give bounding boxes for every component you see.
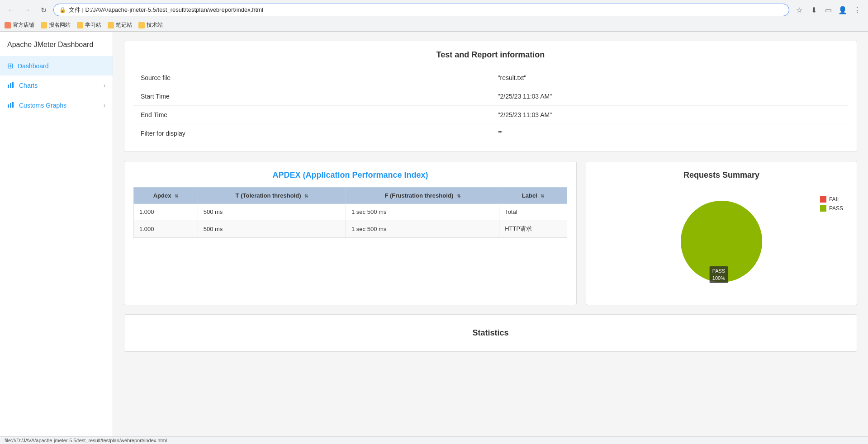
- svg-rect-2: [12, 82, 14, 88]
- apdex-title: APDEX (Application Performance Index): [133, 170, 567, 180]
- pass-label-line2: 100%: [712, 275, 726, 282]
- requests-summary-title: Requests Summary: [595, 170, 848, 180]
- bookmark-label: 笔记站: [116, 21, 132, 29]
- label-value: Total: [499, 204, 567, 220]
- chevron-icon: ‹: [104, 102, 105, 109]
- table-row: End Time "2/25/23 11:03 AM": [133, 106, 848, 124]
- bookmark-star-button[interactable]: ☆: [793, 4, 806, 16]
- svg-rect-5: [12, 102, 14, 108]
- svg-rect-1: [10, 83, 11, 88]
- requests-summary-card: Requests Summary PASS 100%: [586, 161, 857, 305]
- bookmark-label: 官方店铺: [13, 21, 34, 29]
- address-bar[interactable]: 🔒 文件 | D:/JAVA/apache-jmeter-5.5/test_re…: [53, 4, 789, 16]
- info-label: Source file: [133, 69, 491, 87]
- fail-label: FAIL: [829, 196, 840, 203]
- table-row: Start Time "2/25/23 11:03 AM": [133, 87, 848, 106]
- bookmark-label: 技术站: [147, 21, 163, 29]
- pie-pass-label: PASS 100%: [710, 266, 728, 283]
- bookmark-icon: [108, 22, 114, 28]
- bookmark-label: 报名网站: [49, 21, 71, 29]
- statistics-title: Statistics: [133, 324, 848, 342]
- f-value: 1 sec 500 ms: [346, 220, 499, 238]
- browser-chrome: ← → ↻ 🔒 文件 | D:/JAVA/apache-jmeter-5.5/t…: [0, 0, 868, 32]
- customs-graphs-icon: [7, 101, 14, 110]
- charts-icon: [7, 81, 14, 90]
- bookmark-icon: [138, 22, 145, 28]
- bookmarks-bar: 官方店铺 报名网站 学习站 笔记站 技术站: [0, 20, 868, 31]
- info-label: Start Time: [133, 87, 491, 106]
- sidebar-item-dashboard[interactable]: ⊞ Dashboard: [0, 56, 113, 76]
- fail-color-swatch: [820, 196, 826, 203]
- statistics-card: Statistics: [124, 314, 857, 352]
- bookmark-baoming[interactable]: 报名网站: [41, 21, 71, 29]
- apdex-table: Apdex ⇅ T (Toleration threshold) ⇅ F (Fr…: [133, 187, 567, 238]
- col-f-threshold[interactable]: F (Frustration threshold) ⇅: [346, 188, 499, 204]
- svg-rect-3: [8, 104, 9, 108]
- app-container: Apache JMeter Dashboard ⊞ Dashboard Char…: [0, 32, 868, 444]
- f-value: 1 sec 500 ms: [346, 204, 499, 220]
- dashboard-icon: ⊞: [7, 61, 13, 70]
- chevron-icon: ‹: [104, 82, 105, 89]
- pass-color-swatch: [820, 205, 826, 212]
- apdex-value: 1.000: [134, 220, 198, 238]
- bookmark-xuexi[interactable]: 学习站: [77, 21, 101, 29]
- pass-label: PASS: [829, 205, 843, 212]
- main-content: Test and Report information Source file …: [113, 32, 868, 444]
- info-value: "2/25/23 11:03 AM": [491, 106, 848, 124]
- info-label: End Time: [133, 106, 491, 124]
- table-row: 1.000 500 ms 1 sec 500 ms HTTP请求: [134, 220, 567, 238]
- sort-icon: ⇅: [457, 194, 460, 198]
- bookmark-label: 学习站: [85, 21, 101, 29]
- info-value: "2/25/23 11:03 AM": [491, 87, 848, 106]
- profile-button[interactable]: 👤: [836, 4, 849, 16]
- lock-icon: 🔒: [59, 7, 66, 13]
- bookmark-jishu[interactable]: 技术站: [138, 21, 163, 29]
- col-t-threshold[interactable]: T (Toleration threshold) ⇅: [198, 188, 346, 204]
- info-value: "result.txt": [491, 69, 848, 87]
- report-info-title: Test and Report information: [133, 50, 848, 60]
- bookmark-guanfang[interactable]: 官方店铺: [5, 21, 34, 29]
- sort-icon: ⇅: [304, 194, 308, 198]
- bookmark-icon: [77, 22, 83, 28]
- app-title: Apache JMeter Dashboard: [0, 36, 113, 56]
- sort-icon: ⇅: [175, 194, 178, 198]
- table-row: Filter for display "": [133, 124, 848, 143]
- menu-button[interactable]: ⋮: [851, 4, 863, 16]
- back-button[interactable]: ←: [5, 4, 17, 16]
- extend-button[interactable]: ▭: [822, 4, 835, 16]
- bookmark-icon: [41, 22, 47, 28]
- sidebar-item-label: Charts: [19, 82, 38, 89]
- sidebar-item-charts[interactable]: Charts ‹: [0, 76, 113, 95]
- toolbar-actions: ☆ ⬇ ▭ 👤 ⋮: [793, 4, 863, 16]
- chart-container: PASS 100% FAIL PASS: [595, 187, 848, 296]
- col-label[interactable]: Label ⇅: [499, 188, 567, 204]
- sidebar: Apache JMeter Dashboard ⊞ Dashboard Char…: [0, 32, 113, 444]
- table-header-row: Apdex ⇅ T (Toleration threshold) ⇅ F (Fr…: [134, 188, 567, 204]
- report-info-table: Source file "result.txt" Start Time "2/2…: [133, 69, 848, 142]
- reload-button[interactable]: ↻: [37, 4, 50, 16]
- chart-legend: FAIL PASS: [820, 196, 843, 212]
- apdex-value: 1.000: [134, 204, 198, 220]
- legend-fail: FAIL: [820, 196, 843, 203]
- apdex-card: APDEX (Application Performance Index) Ap…: [124, 161, 577, 305]
- table-row: 1.000 500 ms 1 sec 500 ms Total: [134, 204, 567, 220]
- report-info-card: Test and Report information Source file …: [124, 41, 857, 152]
- col-apdex[interactable]: Apdex ⇅: [134, 188, 198, 204]
- bookmark-biji[interactable]: 笔记站: [108, 21, 132, 29]
- legend-pass: PASS: [820, 205, 843, 212]
- sidebar-item-customs-graphs[interactable]: Customs Graphs ‹: [0, 95, 113, 115]
- label-value: HTTP请求: [499, 220, 567, 238]
- status-url: file:///D:/JAVA/apache-jmeter-5.5/test_r…: [5, 438, 167, 443]
- sort-icon: ⇅: [541, 194, 544, 198]
- svg-rect-4: [10, 103, 11, 108]
- pass-label-line1: PASS: [712, 268, 726, 274]
- forward-button[interactable]: →: [21, 4, 33, 16]
- info-label: Filter for display: [133, 124, 491, 143]
- svg-rect-0: [8, 85, 9, 88]
- download-button[interactable]: ⬇: [807, 4, 820, 16]
- t-value: 500 ms: [198, 204, 346, 220]
- info-value: "": [491, 124, 848, 143]
- sidebar-item-label: Dashboard: [18, 62, 49, 70]
- t-value: 500 ms: [198, 220, 346, 238]
- bookmark-icon: [5, 22, 11, 28]
